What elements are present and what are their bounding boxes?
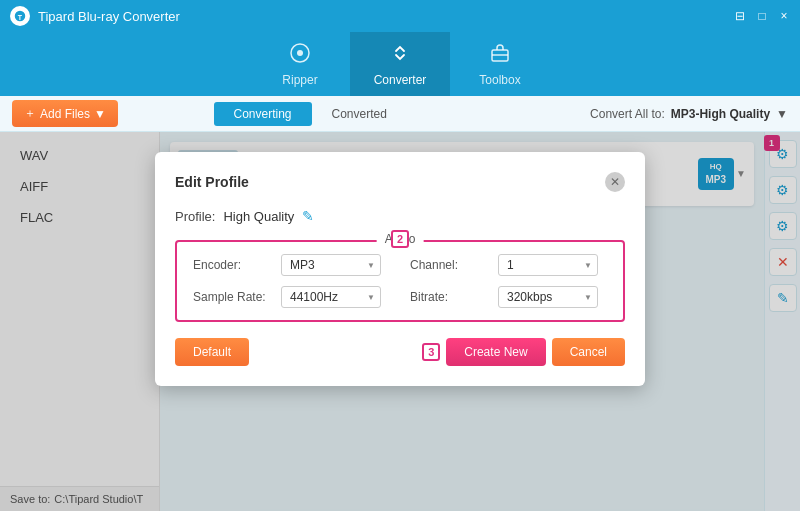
profile-label: Profile: [175, 209, 215, 224]
modal-overlay: Edit Profile ✕ Profile: High Quality ✎ 2… [0, 132, 800, 511]
dialog-footer: Default 3 Create New Cancel [175, 338, 625, 366]
add-files-button[interactable]: ＋ Add Files ▼ [12, 100, 118, 127]
bitrate-select-wrapper: 320kbps 256kbps 192kbps 128kbps [498, 286, 598, 308]
ripper-label: Ripper [282, 73, 317, 87]
bitrate-select[interactable]: 320kbps 256kbps 192kbps 128kbps [498, 286, 598, 308]
footer-badge-3: 3 [422, 343, 440, 361]
plus-icon: ＋ [24, 105, 36, 122]
convert-all-dropdown-arrow[interactable]: ▼ [776, 107, 788, 121]
convert-all-section: Convert All to: MP3-High Quality ▼ [590, 107, 788, 121]
channel-row: Channel: 1 2 [410, 254, 607, 276]
default-button[interactable]: Default [175, 338, 249, 366]
toolbox-label: Toolbox [479, 73, 520, 87]
app-logo: T [10, 6, 30, 26]
tab-group: Converting Converted [214, 102, 407, 126]
dialog-header: Edit Profile ✕ [175, 172, 625, 192]
add-files-label: Add Files [40, 107, 90, 121]
cancel-button[interactable]: Cancel [552, 338, 625, 366]
close-button[interactable]: × [776, 8, 792, 24]
dialog-title: Edit Profile [175, 174, 249, 190]
encoder-select[interactable]: MP3 AAC FLAC WAV [281, 254, 381, 276]
edit-profile-dialog: Edit Profile ✕ Profile: High Quality ✎ 2… [155, 152, 645, 386]
sample-rate-select[interactable]: 44100Hz 48000Hz 22050Hz [281, 286, 381, 308]
nav-ripper[interactable]: Ripper [250, 32, 350, 96]
dialog-close-button[interactable]: ✕ [605, 172, 625, 192]
nav-converter[interactable]: Converter [350, 32, 450, 96]
tab-converting[interactable]: Converting [214, 102, 312, 126]
audio-form-grid: Encoder: MP3 AAC FLAC WAV [193, 254, 607, 308]
bitrate-label: Bitrate: [410, 290, 490, 304]
converter-label: Converter [374, 73, 427, 87]
nav-toolbox[interactable]: Toolbox [450, 32, 550, 96]
encoder-row: Encoder: MP3 AAC FLAC WAV [193, 254, 390, 276]
tab-converted[interactable]: Converted [312, 102, 407, 126]
dropdown-arrow-icon: ▼ [94, 107, 106, 121]
audio-section: Audio Encoder: MP3 AAC FLAC WAV [175, 240, 625, 322]
encoder-select-wrapper: MP3 AAC FLAC WAV [281, 254, 381, 276]
maximize-button[interactable]: □ [754, 8, 770, 24]
svg-point-3 [297, 50, 303, 56]
bitrate-row: Bitrate: 320kbps 256kbps 192kbps 128kbps [410, 286, 607, 308]
nav-bar: Ripper Converter Toolbox [0, 32, 800, 96]
window-controls: ⊟ □ × [732, 8, 792, 24]
sample-rate-row: Sample Rate: 44100Hz 48000Hz 22050Hz [193, 286, 390, 308]
toolbox-icon [489, 42, 511, 69]
app-title: Tipard Blu-ray Converter [38, 9, 180, 24]
channel-select[interactable]: 1 2 [498, 254, 598, 276]
channel-select-wrapper: 1 2 [498, 254, 598, 276]
profile-row: Profile: High Quality ✎ [175, 208, 625, 224]
audio-section-wrapper: 2 Audio Encoder: MP3 AAC FLAC [175, 240, 625, 322]
main-content: WAV AIFF FLAC Save to: C:\Tipard Studio\… [0, 132, 800, 511]
convert-all-label: Convert All to: [590, 107, 665, 121]
toolbar: ＋ Add Files ▼ Converting Converted Conve… [0, 96, 800, 132]
title-bar: T Tipard Blu-ray Converter ⊟ □ × [0, 0, 800, 32]
svg-text:T: T [18, 14, 23, 21]
sample-rate-select-wrapper: 44100Hz 48000Hz 22050Hz [281, 286, 381, 308]
minimize-button[interactable]: ⊟ [732, 8, 748, 24]
create-new-button[interactable]: Create New [446, 338, 545, 366]
footer-badges: 3 Create New Cancel [422, 338, 625, 366]
profile-value: High Quality [223, 209, 294, 224]
sample-rate-label: Sample Rate: [193, 290, 273, 304]
encoder-label: Encoder: [193, 258, 273, 272]
convert-all-value: MP3-High Quality [671, 107, 770, 121]
ripper-icon [289, 42, 311, 69]
section-badge-2: 2 [391, 230, 409, 248]
converter-icon [389, 42, 411, 69]
channel-label: Channel: [410, 258, 490, 272]
profile-edit-icon[interactable]: ✎ [302, 208, 314, 224]
